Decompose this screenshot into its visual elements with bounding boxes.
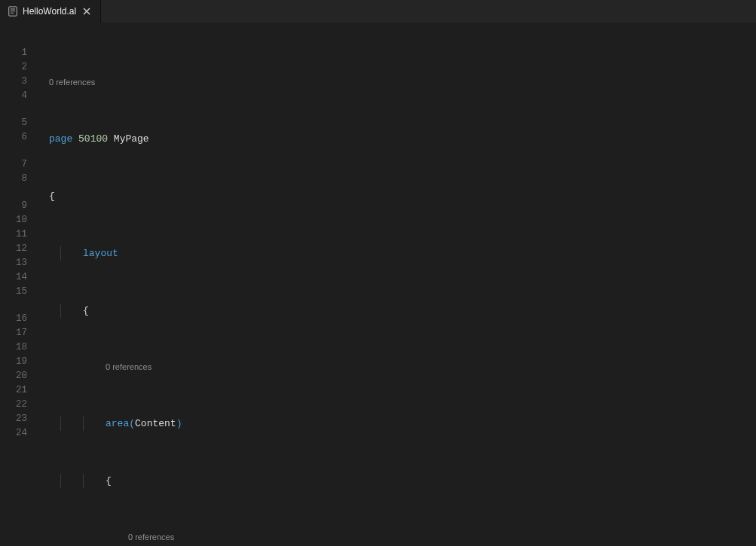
line-number: 12: [0, 242, 38, 256]
line-number: 9: [0, 199, 38, 213]
codelens-references[interactable]: 0 references: [38, 531, 756, 544]
codelens-references[interactable]: 0 references: [38, 361, 756, 374]
code-line[interactable]: layout: [38, 246, 756, 261]
line-number: 22: [0, 398, 38, 412]
line-number: 8: [0, 172, 38, 186]
line-number: 20: [0, 369, 38, 383]
tab-filename: HelloWorld.al: [23, 6, 76, 17]
code-line[interactable]: {: [38, 474, 756, 488]
keyword: page: [49, 132, 72, 146]
line-number: 6: [0, 130, 38, 145]
close-icon[interactable]: [81, 5, 93, 17]
identifier: MyPage: [114, 132, 149, 146]
codelens-references[interactable]: 0 references: [38, 76, 756, 89]
code-line[interactable]: {: [38, 189, 756, 203]
paren: ): [176, 416, 182, 431]
line-number: 19: [0, 355, 38, 369]
line-number: 18: [0, 340, 38, 355]
keyword: layout: [83, 246, 118, 261]
line-number: 13: [0, 256, 38, 270]
line-number: 3: [0, 75, 38, 89]
code-line[interactable]: page 50100 MyPage: [38, 132, 756, 146]
identifier: Content: [135, 416, 176, 431]
tab-bar: HelloWorld.al: [0, 0, 756, 23]
line-number: 11: [0, 227, 38, 242]
code-editor[interactable]: 1 2 3 4 5 6 7 8 9 10 11 12 13 14 15 16 1…: [0, 23, 756, 546]
code-line[interactable]: area(Content): [38, 416, 756, 431]
line-number: 10: [0, 213, 38, 227]
line-number: 2: [0, 60, 38, 75]
line-number: 1: [0, 46, 38, 60]
line-number: 7: [0, 157, 38, 172]
keyword: area: [106, 416, 129, 431]
file-icon: [8, 6, 18, 17]
line-number: 16: [0, 312, 38, 326]
paren: (: [129, 416, 135, 431]
line-number: 5: [0, 116, 38, 130]
brace: {: [83, 304, 89, 318]
brace: {: [49, 189, 55, 203]
line-number: 15: [0, 285, 38, 299]
line-number: 23: [0, 412, 38, 426]
tab-helloworld[interactable]: HelloWorld.al: [0, 0, 101, 23]
line-number: 14: [0, 270, 38, 285]
code-body[interactable]: 0 references page 50100 MyPage { layout …: [38, 23, 756, 546]
line-number-gutter: 1 2 3 4 5 6 7 8 9 10 11 12 13 14 15 16 1…: [0, 23, 38, 546]
brace: {: [106, 474, 112, 488]
code-line[interactable]: {: [38, 304, 756, 318]
line-number: 17: [0, 326, 38, 340]
line-number: 4: [0, 89, 38, 103]
line-number: 24: [0, 426, 38, 441]
line-number: 21: [0, 383, 38, 398]
number: 50100: [78, 132, 108, 146]
